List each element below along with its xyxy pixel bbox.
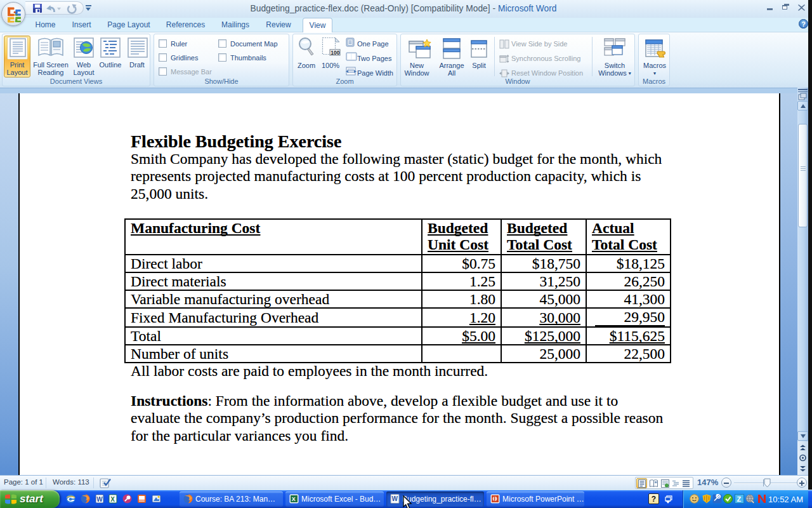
svg-text:W: W: [392, 495, 398, 502]
svg-text:X: X: [292, 496, 296, 502]
svg-text:W: W: [96, 496, 103, 503]
svg-text:Z: Z: [737, 495, 742, 503]
svg-text:X: X: [110, 496, 115, 503]
svg-text:100: 100: [331, 50, 339, 56]
